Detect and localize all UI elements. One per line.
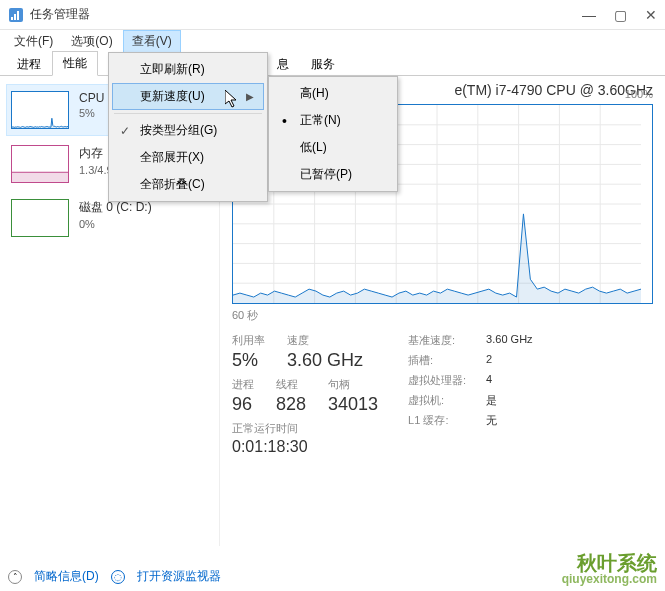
footer: ˄ 简略信息(D) ◌ 打开资源监视器 xyxy=(8,568,657,585)
menu-view[interactable]: 查看(V) xyxy=(123,30,181,53)
stat-utilization: 利用率5% xyxy=(232,333,265,371)
svg-rect-2 xyxy=(14,14,16,20)
speed-paused[interactable]: 已暂停(P) xyxy=(272,161,394,188)
stat-uptime: 正常运行时间 0:01:18:30 xyxy=(232,421,378,456)
pair-l1: L1 缓存:无 xyxy=(408,413,532,428)
mem-thumb xyxy=(11,145,69,183)
tab-processes[interactable]: 进程 xyxy=(6,52,52,76)
tab-services[interactable]: 服务 xyxy=(300,52,346,76)
chart-ymax: 100% xyxy=(625,88,653,100)
stat-processes: 进程96 xyxy=(232,377,254,415)
speed-high[interactable]: 高(H) xyxy=(272,80,394,107)
svg-rect-3 xyxy=(17,11,19,20)
chart-xlabel: 60 秒 xyxy=(232,308,653,323)
stat-speed: 速度3.60 GHz xyxy=(287,333,363,371)
app-icon xyxy=(8,7,24,23)
sidebar-disk-sub: 0% xyxy=(79,218,152,230)
pair-vm: 虚拟机:是 xyxy=(408,393,532,408)
view-dropdown: 立即刷新(R) 更新速度(U)▶ 按类型分组(G) 全部展开(X) 全部折叠(C… xyxy=(108,52,268,202)
collapse-icon[interactable]: ˄ xyxy=(8,570,22,584)
fewer-details-link[interactable]: 简略信息(D) xyxy=(34,568,99,585)
sidebar-cpu-title: CPU xyxy=(79,91,104,105)
pair-vprocs: 虚拟处理器:4 xyxy=(408,373,532,388)
tab-performance[interactable]: 性能 xyxy=(52,51,98,76)
maximize-button[interactable]: ▢ xyxy=(614,7,627,23)
update-speed-submenu: 高(H) 正常(N) 低(L) 已暂停(P) xyxy=(268,76,398,192)
minimize-button[interactable]: — xyxy=(582,7,596,23)
speed-low[interactable]: 低(L) xyxy=(272,134,394,161)
menu-refresh-now[interactable]: 立即刷新(R) xyxy=(112,56,264,83)
menu-group-by-type[interactable]: 按类型分组(G) xyxy=(112,117,264,144)
tab-details[interactable]: 息 xyxy=(266,52,300,76)
pair-sockets: 插槽:2 xyxy=(408,353,532,368)
chevron-right-icon: ▶ xyxy=(246,91,254,102)
menu-options[interactable]: 选项(O) xyxy=(63,31,120,52)
menu-collapse-all[interactable]: 全部折叠(C) xyxy=(112,171,264,198)
cpu-thumb xyxy=(11,91,69,129)
resmon-icon: ◌ xyxy=(111,570,125,584)
stats: 利用率5% 速度3.60 GHz 进程96 线程828 句柄34013 正常运行… xyxy=(232,333,653,456)
titlebar: 任务管理器 — ▢ ✕ xyxy=(0,0,665,30)
window-controls: — ▢ ✕ xyxy=(582,7,657,23)
pair-basespeed: 基准速度:3.60 GHz xyxy=(408,333,532,348)
speed-normal[interactable]: 正常(N) xyxy=(272,107,394,134)
sidebar-cpu-sub: 5% xyxy=(79,107,104,119)
disk-thumb xyxy=(11,199,69,237)
watermark: 秋叶系统 qiuyexitong.com xyxy=(562,553,657,585)
menu-expand-all[interactable]: 全部展开(X) xyxy=(112,144,264,171)
window-title: 任务管理器 xyxy=(30,6,582,23)
tabs: 进程 性能 应用历 息 服务 xyxy=(0,52,665,76)
open-resmon-link[interactable]: 打开资源监视器 xyxy=(137,568,221,585)
stat-handles: 句柄34013 xyxy=(328,377,378,415)
menu-update-speed[interactable]: 更新速度(U)▶ xyxy=(112,83,264,110)
menu-file[interactable]: 文件(F) xyxy=(6,31,61,52)
svg-rect-1 xyxy=(11,17,13,20)
menu-separator xyxy=(114,113,262,114)
close-button[interactable]: ✕ xyxy=(645,7,657,23)
menubar: 文件(F) 选项(O) 查看(V) xyxy=(0,30,665,52)
stat-threads: 线程828 xyxy=(276,377,306,415)
